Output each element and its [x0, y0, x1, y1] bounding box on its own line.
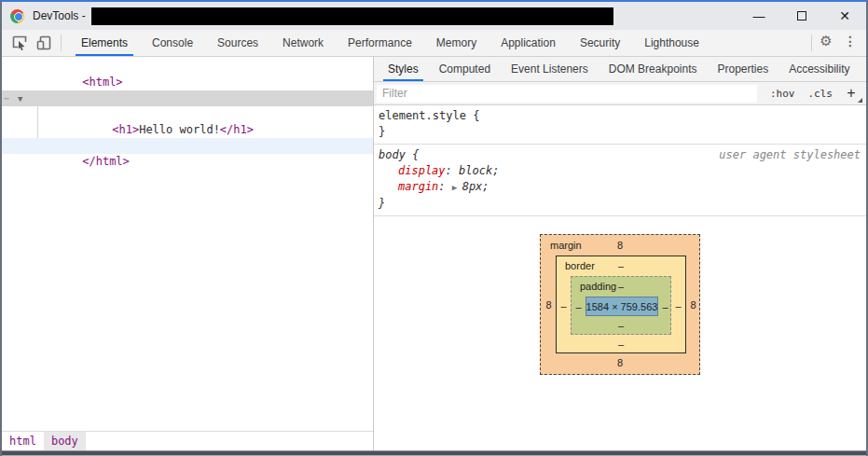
- tab-label: Properties: [717, 62, 768, 76]
- tab-accessibility[interactable]: Accessibility: [778, 57, 860, 81]
- padding-left-value[interactable]: –: [572, 301, 586, 312]
- tree-row-h1[interactable]: <h1>Hello world!</h1>: [2, 106, 373, 122]
- border-right-value[interactable]: –: [671, 300, 685, 311]
- tab-label: Memory: [436, 36, 476, 49]
- expand-arrow-icon[interactable]: ▼: [18, 91, 22, 107]
- tab-memory[interactable]: Memory: [424, 30, 489, 56]
- minimize-button[interactable]: —: [737, 2, 780, 30]
- tab-label: DOM Breakpoints: [609, 62, 697, 76]
- elements-panel: <html> <head></head> ⋯ ▼ <body> == $0 <h…: [2, 57, 374, 450]
- devtools-toolbar: Elements Console Sources Network Perform…: [2, 30, 866, 57]
- toggle-element-state-button[interactable]: :hov: [770, 88, 795, 100]
- tab-label: Event Listeners: [511, 62, 588, 76]
- breadcrumb-label: body: [51, 435, 78, 448]
- tab-label: Elements: [81, 36, 128, 49]
- tab-styles[interactable]: Styles: [378, 57, 429, 81]
- toolbar-separator: [61, 35, 62, 51]
- settings-button[interactable]: ⚙: [814, 30, 838, 52]
- content-dimensions: 1584 × 759.563: [586, 301, 658, 312]
- element-classes-button[interactable]: .cls: [808, 88, 834, 100]
- border-bottom-value[interactable]: –: [618, 339, 624, 350]
- plus-icon: +: [847, 85, 855, 101]
- maximize-icon: [797, 11, 806, 21]
- rule-selector-line: element.style {: [379, 108, 862, 124]
- rule-close-line: }: [379, 124, 862, 140]
- tab-label: Accessibility: [789, 62, 849, 76]
- tree-row-body-selected[interactable]: ⋯ ▼ <body> == $0: [2, 90, 373, 106]
- margin-bottom-value[interactable]: 8: [617, 357, 623, 368]
- brace-close: }: [379, 125, 385, 138]
- tab-application[interactable]: Application: [489, 30, 568, 56]
- breadcrumb-item-html[interactable]: html: [2, 432, 44, 450]
- box-model-content[interactable]: 1584 × 759.563: [586, 297, 658, 316]
- stylesheet-origin: user agent stylesheet: [719, 147, 862, 163]
- close-button[interactable]: ✕: [823, 2, 866, 30]
- tab-label: Application: [501, 36, 556, 49]
- tree-row-head[interactable]: <head></head>: [2, 75, 373, 90]
- padding-label: padding: [580, 277, 616, 297]
- rule-element-style[interactable]: element.style { }: [374, 105, 866, 145]
- margin-right-value[interactable]: 8: [686, 299, 700, 311]
- inspect-cursor-icon: [12, 35, 27, 50]
- tab-security[interactable]: Security: [568, 30, 632, 56]
- expand-arrow-icon[interactable]: ▶: [452, 183, 462, 192]
- inspect-element-button[interactable]: [7, 32, 32, 54]
- long-press-corner-icon: [858, 98, 862, 103]
- tab-network[interactable]: Network: [270, 30, 336, 56]
- css-property-display[interactable]: display: block;: [379, 163, 862, 179]
- filter-input[interactable]: [377, 85, 757, 103]
- tree-row-html-close[interactable]: </html>: [2, 138, 373, 154]
- tab-lighthouse[interactable]: Lighthouse: [632, 30, 711, 56]
- tab-performance[interactable]: Performance: [336, 30, 424, 56]
- border-top-value[interactable]: –: [618, 260, 624, 271]
- margin-top-value[interactable]: 8: [617, 240, 623, 251]
- breadcrumb-item-body[interactable]: body: [44, 432, 86, 450]
- device-toolbar-button[interactable]: [32, 32, 56, 54]
- tab-label: Security: [580, 36, 620, 49]
- box-model-border[interactable]: border – – padding –: [556, 256, 686, 353]
- rule-body-user-agent[interactable]: body { user agent stylesheet display: bl…: [374, 145, 866, 216]
- maximize-button[interactable]: [780, 2, 823, 30]
- border-left-value[interactable]: –: [557, 300, 571, 311]
- devtools-window: DevTools - — ✕: [0, 0, 868, 456]
- toolbar-left-icons: [2, 30, 59, 56]
- new-style-rule-button[interactable]: +: [844, 85, 859, 102]
- styles-pane: element.style { } body { user agent styl…: [374, 105, 866, 450]
- tree-row-html-open[interactable]: <html>: [2, 59, 373, 75]
- more-options-button[interactable]: ⋮: [838, 30, 862, 52]
- brace-close: }: [379, 197, 385, 210]
- padding-right-value[interactable]: –: [658, 301, 672, 312]
- styles-filter-bar: :hov .cls +: [374, 82, 866, 105]
- rule-selector-line: body { user agent stylesheet: [379, 147, 862, 163]
- breadcrumb: html body: [2, 431, 373, 450]
- padding-bottom-value[interactable]: –: [618, 320, 624, 331]
- tab-computed[interactable]: Computed: [429, 57, 501, 81]
- window-title: DevTools -: [33, 9, 86, 22]
- window-bottom-edge: [2, 450, 866, 456]
- tab-label: Console: [152, 36, 193, 49]
- tab-properties[interactable]: Properties: [707, 57, 778, 81]
- overflow-dots-icon[interactable]: ⋯: [4, 90, 8, 106]
- tab-label: Performance: [348, 36, 412, 49]
- css-property-margin[interactable]: margin: ▶ 8px;: [379, 179, 862, 196]
- tab-label: Sources: [217, 36, 258, 49]
- box-model-margin[interactable]: margin 8 8 border – –: [540, 234, 700, 375]
- box-model-padding[interactable]: padding – – 1584 × 759.563: [571, 276, 671, 335]
- property-separator: :: [446, 164, 459, 177]
- property-value: 8px;: [462, 180, 489, 193]
- tab-event-listeners[interactable]: Event Listeners: [501, 57, 599, 81]
- toolbar-separator: [811, 35, 812, 51]
- tree-row-body-close[interactable]: </body>: [2, 122, 373, 138]
- tab-console[interactable]: Console: [140, 30, 205, 56]
- tab-label: Network: [282, 36, 324, 49]
- tab-dom-breakpoints[interactable]: DOM Breakpoints: [599, 57, 708, 81]
- property-name: margin: [398, 180, 438, 193]
- box-model-diagram: margin 8 8 border – –: [374, 216, 866, 375]
- tab-sources[interactable]: Sources: [205, 30, 270, 56]
- padding-top-value[interactable]: –: [618, 281, 624, 292]
- margin-left-value[interactable]: 8: [542, 299, 556, 311]
- tab-elements[interactable]: Elements: [69, 30, 140, 56]
- chrome-logo-icon: [10, 9, 24, 23]
- styles-sidebar: Styles Computed Event Listeners DOM Brea…: [374, 57, 866, 450]
- border-label: border: [565, 256, 595, 276]
